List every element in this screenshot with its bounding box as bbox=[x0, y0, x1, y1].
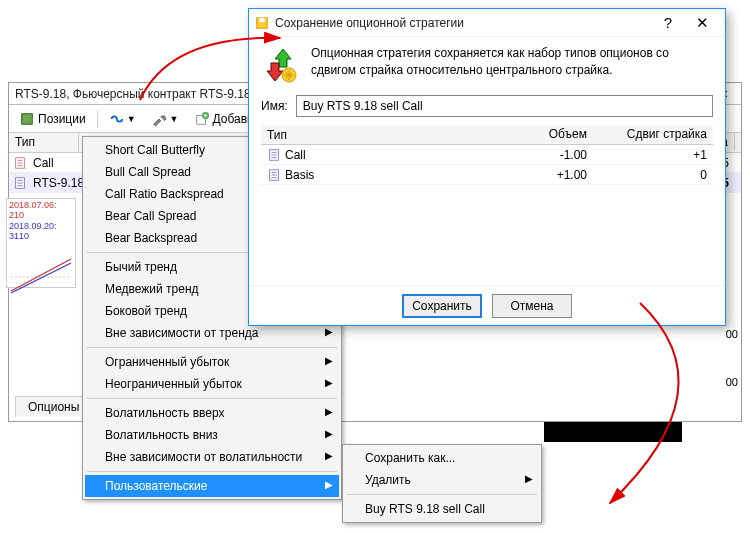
cell-type: Call bbox=[27, 154, 60, 172]
name-input[interactable] bbox=[296, 95, 713, 117]
svg-rect-7 bbox=[259, 17, 264, 21]
menu-item[interactable]: Волатильность вверх▶ bbox=[85, 402, 339, 424]
positions-icon bbox=[20, 112, 34, 126]
chevron-down-icon: ▼ bbox=[170, 114, 179, 124]
menu-item[interactable]: Вне зависимости от волатильности▶ bbox=[85, 446, 339, 468]
dialog-footer: Сохранить Отмена bbox=[249, 285, 725, 325]
submenu-arrow-icon: ▶ bbox=[325, 355, 333, 366]
cancel-button[interactable]: Отмена bbox=[492, 294, 572, 318]
add-icon bbox=[195, 112, 209, 126]
chart-label-1: 2018.07.06: 210 bbox=[7, 199, 75, 221]
chart-lines-icon bbox=[7, 241, 75, 297]
menu-separator bbox=[87, 398, 337, 399]
doc-icon bbox=[267, 168, 281, 182]
strategy-dropdown[interactable]: ▼ bbox=[102, 109, 143, 129]
menu-item[interactable]: Ограниченный убыток▶ bbox=[85, 351, 339, 373]
submenu-arrow-icon: ▶ bbox=[325, 428, 333, 439]
menu-item[interactable]: Сохранить как... bbox=[345, 447, 539, 469]
dialog-body: Опционная стратегия сохраняется как набо… bbox=[249, 37, 725, 285]
close-icon[interactable]: ✕ bbox=[685, 14, 719, 32]
menu-item[interactable]: Пользовательские▶ bbox=[85, 475, 339, 497]
doc-icon bbox=[13, 176, 27, 190]
user-submenu: Сохранить как...Удалить▶Buy RTS 9.18 sel… bbox=[342, 444, 542, 523]
menu-item[interactable]: Неограниченный убыток▶ bbox=[85, 373, 339, 395]
chart-label-2: 2018.09.20: 3110 bbox=[7, 221, 75, 241]
cell-type: Call bbox=[261, 146, 381, 164]
chevron-down-icon: ▼ bbox=[127, 114, 136, 124]
cell-type: RTS-9.18 bbox=[27, 174, 90, 192]
submenu-arrow-icon: ▶ bbox=[325, 406, 333, 417]
submenu-arrow-icon: ▶ bbox=[325, 326, 333, 337]
dialog-description: Опционная стратегия сохраняется как набо… bbox=[311, 45, 713, 79]
doc-icon bbox=[13, 156, 27, 170]
vega-column-values: 00 bbox=[692, 328, 742, 348]
save-dialog-icon bbox=[255, 16, 269, 30]
value: 00 bbox=[692, 328, 742, 348]
dialog-description-row: Опционная стратегия сохраняется как набо… bbox=[261, 45, 713, 85]
value: 00 bbox=[692, 376, 742, 396]
save-strategy-dialog: Сохранение опционной стратегии ? ✕ Опцио… bbox=[248, 8, 726, 326]
positions-label: Позиции bbox=[38, 112, 86, 126]
tool-dropdown[interactable]: ▼ bbox=[145, 109, 186, 129]
help-icon[interactable]: ? bbox=[651, 14, 685, 31]
dialog-table: Тип Объем Сдвиг страйка Call-1.00+1Basis… bbox=[261, 125, 713, 277]
th-shift[interactable]: Сдвиг страйка bbox=[593, 125, 713, 144]
cell-volume: -1.00 bbox=[381, 146, 593, 164]
dialog-title: Сохранение опционной стратегии bbox=[275, 16, 651, 30]
save-button[interactable]: Сохранить bbox=[402, 294, 482, 318]
cell-type: Basis bbox=[261, 166, 381, 184]
separator bbox=[97, 110, 98, 128]
submenu-arrow-icon: ▶ bbox=[325, 377, 333, 388]
submenu-arrow-icon: ▶ bbox=[325, 479, 333, 490]
cell-shift: +1 bbox=[593, 146, 713, 164]
menu-item[interactable]: Buy RTS 9.18 sell Call bbox=[345, 498, 539, 520]
link-icon bbox=[109, 112, 123, 126]
positions-button[interactable]: Позиции bbox=[13, 109, 93, 129]
menu-separator bbox=[87, 347, 337, 348]
menu-separator bbox=[87, 471, 337, 472]
svg-rect-0 bbox=[22, 113, 33, 124]
dialog-table-header: Тип Объем Сдвиг страйка bbox=[261, 125, 713, 145]
menu-item[interactable]: Волатильность вниз▶ bbox=[85, 424, 339, 446]
col-type[interactable]: Тип bbox=[9, 133, 79, 152]
chart-thumbnail[interactable]: 2018.07.06: 210 2018.09.20: 3110 bbox=[6, 198, 76, 288]
table-row[interactable]: Call-1.00+1 bbox=[261, 145, 713, 165]
submenu-arrow-icon: ▶ bbox=[325, 450, 333, 461]
cell-volume: +1.00 bbox=[381, 166, 593, 184]
table-row[interactable]: Basis+1.000 bbox=[261, 165, 713, 185]
wrench-icon bbox=[152, 112, 166, 126]
th-volume[interactable]: Объем bbox=[381, 125, 593, 144]
tab-options[interactable]: Опционы bbox=[15, 396, 92, 417]
dialog-titlebar: Сохранение опционной стратегии ? ✕ bbox=[249, 9, 725, 37]
strategy-arrows-icon bbox=[261, 45, 301, 85]
cell-shift: 0 bbox=[593, 166, 713, 184]
vega-column-values: 00 bbox=[692, 376, 742, 396]
submenu-arrow-icon: ▶ bbox=[525, 473, 533, 484]
th-type[interactable]: Тип bbox=[261, 125, 381, 144]
menu-item[interactable]: Удалить▶ bbox=[345, 469, 539, 491]
menu-separator bbox=[347, 494, 537, 495]
doc-icon bbox=[267, 148, 281, 162]
name-row: Имя: bbox=[261, 95, 713, 117]
name-label: Имя: bbox=[261, 99, 288, 113]
